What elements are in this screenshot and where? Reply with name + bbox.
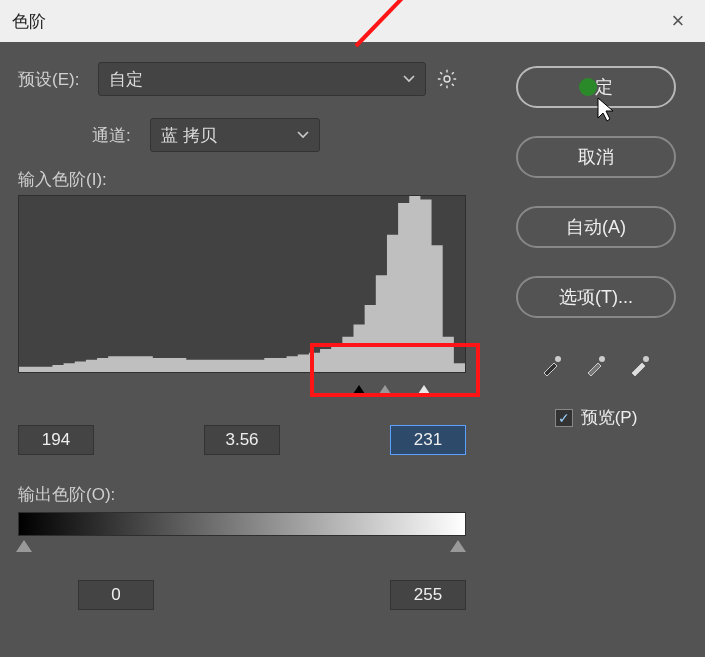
preset-value: 自定 [109, 68, 143, 91]
chevron-down-icon [297, 131, 309, 139]
eyedropper-white-icon[interactable] [627, 352, 653, 378]
preview-row: ✓ 预览(P) [555, 406, 638, 429]
preset-label: 预设(E): [18, 68, 98, 91]
output-white-slider[interactable] [450, 540, 466, 552]
chevron-down-icon [403, 75, 415, 83]
output-levels-label: 输出色阶(O): [18, 483, 687, 506]
auto-button[interactable]: 自动(A) [516, 206, 676, 248]
channel-label: 通道: [92, 124, 150, 147]
input-black-value[interactable]: 194 [18, 425, 94, 455]
levels-dialog: 色阶 × 预设(E): 自定 通道: 蓝 拷贝 [0, 0, 705, 657]
channel-select[interactable]: 蓝 拷贝 [150, 118, 320, 152]
preset-select[interactable]: 自定 [98, 62, 426, 96]
input-white-value[interactable]: 231 [390, 425, 466, 455]
cancel-label: 取消 [578, 145, 614, 169]
preview-label: 预览(P) [581, 406, 638, 429]
close-icon[interactable]: × [663, 8, 693, 34]
preview-checkbox[interactable]: ✓ [555, 409, 573, 427]
svg-point-2 [599, 356, 605, 362]
options-button[interactable]: 选项(T)... [516, 276, 676, 318]
annotation-red-box [310, 343, 480, 397]
output-black-slider[interactable] [16, 540, 32, 552]
channel-value: 蓝 拷贝 [161, 124, 217, 147]
auto-label: 自动(A) [566, 215, 626, 239]
dialog-title: 色阶 [12, 10, 46, 33]
output-values-row: 0 255 [18, 580, 466, 610]
right-column: 定 取消 自动(A) 选项(T)... ✓ 预览(P) [511, 66, 681, 429]
eyedropper-group [539, 352, 653, 378]
cursor-icon [596, 96, 616, 122]
svg-point-1 [555, 356, 561, 362]
eyedropper-gray-icon[interactable] [583, 352, 609, 378]
ok-button[interactable]: 定 [516, 66, 676, 108]
output-black-value[interactable]: 0 [78, 580, 154, 610]
titlebar[interactable]: 色阶 × [0, 0, 705, 42]
gear-icon[interactable] [436, 68, 458, 90]
svg-point-0 [444, 76, 450, 82]
output-gradient[interactable] [18, 512, 466, 536]
input-values-row: 194 3.56 231 [18, 425, 466, 455]
output-white-value[interactable]: 255 [390, 580, 466, 610]
input-gamma-value[interactable]: 3.56 [204, 425, 280, 455]
eyedropper-black-icon[interactable] [539, 352, 565, 378]
cancel-button[interactable]: 取消 [516, 136, 676, 178]
options-label: 选项(T)... [559, 285, 633, 309]
output-slider-track[interactable] [18, 538, 466, 558]
histogram-wrap [18, 195, 466, 381]
svg-point-3 [643, 356, 649, 362]
